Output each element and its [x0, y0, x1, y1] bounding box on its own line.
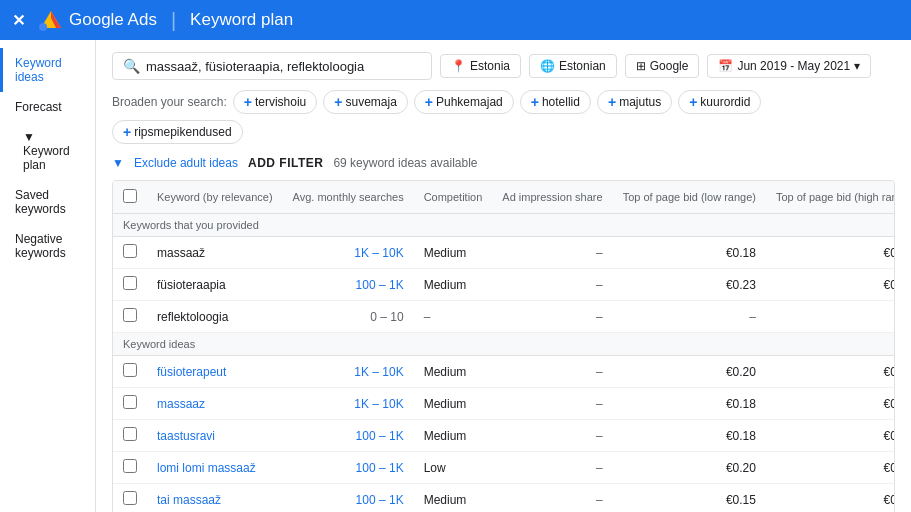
competition-cell: Medium: [414, 420, 493, 452]
sidebar-item-saved-keywords[interactable]: Saved keywords: [0, 180, 95, 224]
impression-cell: –: [492, 452, 612, 484]
section-header-provided: Keywords that you provided: [113, 214, 895, 237]
impression-cell: –: [492, 237, 612, 269]
row-checkbox[interactable]: [123, 395, 137, 409]
impression-cell: –: [492, 420, 612, 452]
topbar: ✕ Google Ads | Keyword plan: [0, 0, 911, 40]
searches-cell: 1K – 10K: [283, 388, 414, 420]
table-row: taastusravi100 – 1KMedium–€0.18€0.37: [113, 420, 895, 452]
bid-low-cell: €0.20: [613, 452, 766, 484]
exclude-adult-link[interactable]: Exclude adult ideas: [134, 156, 238, 170]
row-checkbox[interactable]: [123, 308, 137, 322]
date-range-label: Jun 2019 - May 2021: [737, 59, 850, 73]
add-filter-button[interactable]: ADD FILTER: [248, 156, 323, 170]
searches-cell: 100 – 1K: [283, 452, 414, 484]
sidebar-item-forecast[interactable]: Forecast: [0, 92, 95, 122]
table-header-row: Keyword (by relevance) Avg. monthly sear…: [113, 181, 895, 214]
bid-high-cell: €0.57: [766, 237, 895, 269]
bid-low-cell: €0.20: [613, 356, 766, 388]
sidebar-item-keyword-plan[interactable]: ▼ Keyword plan: [0, 122, 95, 180]
competition-cell: Medium: [414, 388, 493, 420]
bid-high-cell: €0.53: [766, 484, 895, 513]
table-row: lomi lomi massaaž100 – 1KLow–€0.20€0.54: [113, 452, 895, 484]
location-pin-icon: 📍: [451, 59, 466, 73]
broaden-chip-kuurordid[interactable]: +kuurordid: [678, 90, 761, 114]
keyword-cell[interactable]: reflektoloogia: [157, 310, 228, 324]
table-row: füsioterapeut1K – 10KMedium–€0.20€0.43: [113, 356, 895, 388]
row-checkbox[interactable]: [123, 363, 137, 377]
bid-high-cell: –: [766, 301, 895, 333]
row-checkbox[interactable]: [123, 459, 137, 473]
header-keyword: Keyword (by relevance): [147, 181, 283, 214]
searches-cell: 1K – 10K: [283, 237, 414, 269]
broaden-chip-puhkemajad[interactable]: +Puhkemajad: [414, 90, 514, 114]
keyword-count: 69 keyword ideas available: [333, 156, 477, 170]
app-layout: Keyword ideas Forecast ▼ Keyword plan Sa…: [0, 40, 911, 512]
google-ads-logo: Google Ads: [39, 8, 157, 32]
competition-cell: –: [414, 301, 493, 333]
bid-high-cell: €0.50: [766, 269, 895, 301]
select-all-checkbox[interactable]: [123, 189, 137, 203]
network-icon: ⊞: [636, 59, 646, 73]
row-checkbox[interactable]: [123, 491, 137, 505]
network-chip[interactable]: ⊞ Google: [625, 54, 700, 78]
sidebar-item-negative-keywords[interactable]: Negative keywords: [0, 224, 95, 268]
location-label: Estonia: [470, 59, 510, 73]
searches-cell: 100 – 1K: [283, 420, 414, 452]
keyword-cell[interactable]: massaaž: [157, 246, 205, 260]
keyword-cell[interactable]: füsioteraapia: [157, 278, 226, 292]
language-chip[interactable]: 🌐 Estonian: [529, 54, 617, 78]
bid-high-cell: €0.57: [766, 388, 895, 420]
broaden-label: Broaden your search:: [112, 95, 227, 109]
calendar-icon: 📅: [718, 59, 733, 73]
date-chip[interactable]: 📅 Jun 2019 - May 2021 ▾: [707, 54, 871, 78]
table-row: füsioteraapia100 – 1KMedium–€0.23€0.50: [113, 269, 895, 301]
keyword-cell[interactable]: füsioterapeut: [157, 365, 226, 379]
filter-funnel-icon: ▼: [112, 156, 124, 170]
search-query: massaaž, füsioteraapia, reflektoloogia: [146, 59, 364, 74]
competition-cell: Medium: [414, 484, 493, 513]
row-checkbox[interactable]: [123, 244, 137, 258]
header-avg-monthly: Avg. monthly searches: [283, 181, 414, 214]
broaden-chip-suvemaja[interactable]: +suvemaja: [323, 90, 408, 114]
ads-logo-icon: [39, 8, 63, 32]
impression-cell: –: [492, 301, 612, 333]
main-content: 🔍 massaaž, füsioteraapia, reflektoloogia…: [96, 40, 911, 512]
keyword-cell[interactable]: lomi lomi massaaž: [157, 461, 256, 475]
table-row: massaaž1K – 10KMedium–€0.18€0.57: [113, 237, 895, 269]
sidebar: Keyword ideas Forecast ▼ Keyword plan Sa…: [0, 40, 96, 512]
table-row: massaaz1K – 10KMedium–€0.18€0.57: [113, 388, 895, 420]
search-box[interactable]: 🔍 massaaž, füsioteraapia, reflektoloogia: [112, 52, 432, 80]
bid-low-cell: €0.23: [613, 269, 766, 301]
header-impression-share: Ad impression share: [492, 181, 612, 214]
keyword-table: Keyword (by relevance) Avg. monthly sear…: [113, 181, 895, 512]
competition-cell: Medium: [414, 269, 493, 301]
bid-low-cell: €0.18: [613, 420, 766, 452]
header-top-bid-high: Top of page bid (high range): [766, 181, 895, 214]
sidebar-item-keyword-ideas[interactable]: Keyword ideas: [0, 48, 95, 92]
competition-cell: Medium: [414, 237, 493, 269]
broaden-chip-ripsmepikendused[interactable]: +ripsmepikendused: [112, 120, 243, 144]
keyword-cell[interactable]: massaaz: [157, 397, 205, 411]
broaden-chip-hotellid[interactable]: +hotellid: [520, 90, 591, 114]
search-icon: 🔍: [123, 58, 140, 74]
row-checkbox[interactable]: [123, 427, 137, 441]
bid-low-cell: €0.18: [613, 388, 766, 420]
searches-cell: 100 – 1K: [283, 484, 414, 513]
network-label: Google: [650, 59, 689, 73]
impression-cell: –: [492, 388, 612, 420]
filter-row: ▼ Exclude adult ideas ADD FILTER 69 keyw…: [112, 156, 895, 170]
language-label: Estonian: [559, 59, 606, 73]
chevron-down-icon: ▾: [854, 59, 860, 73]
broaden-chip-majutus[interactable]: +majutus: [597, 90, 672, 114]
title-divider: |: [171, 9, 176, 32]
location-chip[interactable]: 📍 Estonia: [440, 54, 521, 78]
keyword-cell[interactable]: tai massaaž: [157, 493, 221, 507]
row-checkbox[interactable]: [123, 276, 137, 290]
close-icon[interactable]: ✕: [12, 11, 25, 30]
page-title: Keyword plan: [190, 10, 293, 30]
keyword-cell[interactable]: taastusravi: [157, 429, 215, 443]
searches-cell: 0 – 10: [283, 301, 414, 333]
broaden-chip-tervishoiu[interactable]: +tervishoiu: [233, 90, 318, 114]
impression-cell: –: [492, 269, 612, 301]
